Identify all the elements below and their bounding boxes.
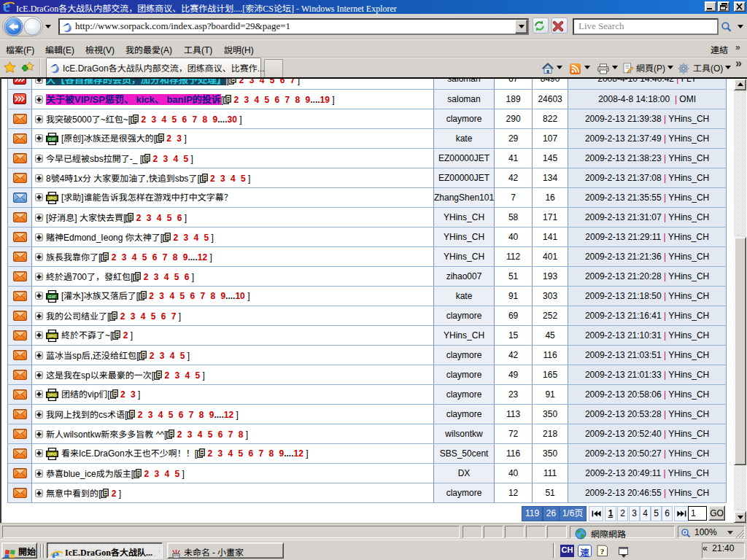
svg-text:GIF: GIF xyxy=(48,295,56,299)
svg-text:JPG: JPG xyxy=(47,334,57,338)
svg-text:JPG: JPG xyxy=(47,393,57,397)
svg-text:GIF: GIF xyxy=(48,137,56,141)
svg-text:JPG: JPG xyxy=(47,196,57,201)
svg-text:?: ? xyxy=(600,547,605,556)
svg-text:JPG: JPG xyxy=(47,452,57,456)
